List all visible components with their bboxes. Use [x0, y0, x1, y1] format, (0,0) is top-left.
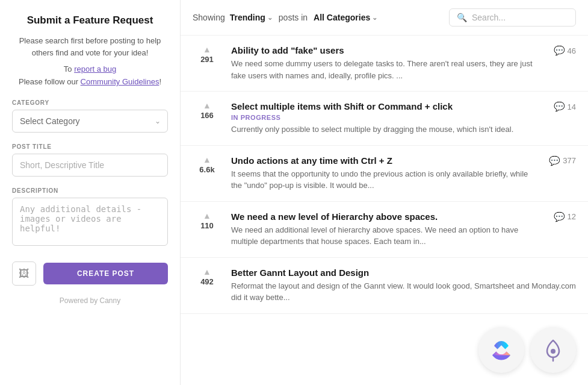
post-content: Ability to add "fake" users We need some… [231, 45, 537, 81]
panel-title: Submit a Feature Request [12, 14, 168, 27]
all-categories-label: All Categories [314, 13, 370, 22]
posts-list: ▲ 291 Ability to add "fake" users We nee… [181, 36, 588, 385]
post-desc: Reformat the layout and design of the Ga… [231, 280, 576, 304]
post-meta: 💬 46 [547, 45, 576, 56]
create-post-button[interactable]: CREATE POST [43, 263, 168, 284]
post-title: Better Gannt Layout and Design [231, 268, 576, 278]
form-bottom: 🖼 CREATE POST [12, 261, 168, 286]
category-group: CATEGORY Select Category ⌄ [12, 99, 168, 133]
vote-section: ▲ 166 [193, 101, 221, 120]
trending-label: Trending [230, 13, 265, 22]
post-item[interactable]: ▲ 6.6k Undo actions at any time with Ctr… [181, 146, 588, 202]
vote-count: 166 [200, 111, 214, 120]
post-desc: Currently only possible to select multip… [231, 124, 537, 136]
post-meta: 💬 12 [547, 211, 576, 222]
comment-count: 14 [568, 102, 576, 111]
posts-in-label: posts in [279, 13, 308, 22]
post-title-group: POST TITLE [12, 143, 168, 177]
comment-icon: 💬 [554, 45, 565, 56]
comment-count: 12 [568, 212, 576, 221]
post-title: Undo actions at any time with Ctrl + Z [231, 155, 537, 166]
post-content: Select multiple items with Shift or Comm… [231, 101, 537, 136]
posts-header: Showing Trending ⌄ posts in All Categori… [181, 0, 588, 36]
comment-icon: 💬 [554, 101, 565, 112]
submit-panel: Submit a Feature Request Please search f… [0, 0, 181, 385]
vote-count: 492 [200, 277, 214, 286]
powered-by: Powered by Canny [12, 296, 168, 305]
bug-link-line: To report a bug [12, 64, 168, 74]
comment-count: 46 [568, 46, 576, 55]
bug-prefix: To [64, 64, 72, 74]
vote-count: 110 [200, 221, 214, 230]
post-desc: It seems that the opportunity to undo th… [231, 168, 537, 192]
post-title-input[interactable] [12, 154, 168, 177]
category-select[interactable]: Select Category [12, 110, 168, 133]
post-content: Undo actions at any time with Ctrl + Z I… [231, 155, 537, 192]
post-status: IN PROGRESS [231, 114, 537, 121]
search-input[interactable] [472, 13, 568, 22]
post-meta: 💬 377 [547, 155, 576, 166]
upvote-arrow-icon[interactable]: ▲ [203, 211, 211, 220]
report-bug-link[interactable]: report a bug [74, 64, 116, 74]
post-item[interactable]: ▲ 110 We need a new level of Hierarchy a… [181, 202, 588, 258]
post-item[interactable]: ▲ 492 Better Gannt Layout and Design Ref… [181, 258, 588, 314]
intro-text: Please search first before posting to he… [12, 35, 168, 58]
showing-label: Showing [193, 13, 225, 22]
post-desc: We need some dummy users to delegate tas… [231, 58, 537, 81]
upvote-arrow-icon[interactable]: ▲ [203, 268, 211, 276]
vote-section: ▲ 492 [193, 268, 221, 286]
post-title: We need a new level of Hierarchy above s… [231, 211, 537, 222]
post-content: Better Gannt Layout and Design Reformat … [231, 268, 576, 304]
upvote-arrow-icon[interactable]: ▲ [203, 45, 211, 54]
description-textarea[interactable] [12, 198, 168, 246]
description-label: DESCRIPTION [12, 187, 168, 194]
description-group: DESCRIPTION [12, 187, 168, 248]
vote-section: ▲ 6.6k [193, 155, 221, 174]
image-upload-button[interactable]: 🖼 [12, 261, 36, 286]
post-content: We need a new level of Hierarchy above s… [231, 211, 537, 248]
posts-panel: Showing Trending ⌄ posts in All Categori… [181, 0, 588, 385]
community-line: Please follow our Community Guidelines! [12, 77, 168, 86]
search-icon: 🔍 [457, 13, 467, 22]
comment-icon: 💬 [554, 211, 565, 222]
chevron-down-icon: ⌄ [267, 14, 273, 22]
vote-count: 6.6k [199, 165, 214, 174]
upvote-arrow-icon[interactable]: ▲ [203, 101, 211, 110]
community-guidelines-link[interactable]: Community Guidelines [81, 77, 159, 86]
comment-count: 377 [563, 156, 576, 165]
vote-section: ▲ 291 [193, 45, 221, 64]
post-item[interactable]: ▲ 291 Ability to add "fake" users We nee… [181, 36, 588, 92]
post-title: Select multiple items with Shift or Comm… [231, 101, 537, 111]
vote-section: ▲ 110 [193, 211, 221, 230]
image-icon: 🖼 [19, 268, 29, 280]
chevron-down-icon: ⌄ [372, 14, 377, 22]
upvote-arrow-icon[interactable]: ▲ [203, 155, 211, 164]
post-meta: 💬 14 [547, 101, 576, 112]
category-label: CATEGORY [12, 99, 168, 106]
post-title-label: POST TITLE [12, 143, 168, 150]
comment-icon: 💬 [549, 155, 560, 166]
search-box: 🔍 [449, 8, 576, 27]
trending-filter-button[interactable]: Trending ⌄ [229, 13, 274, 22]
guidelines-prefix: Please follow our [19, 77, 78, 86]
all-categories-filter-button[interactable]: All Categories ⌄ [312, 13, 379, 22]
category-select-wrapper: Select Category ⌄ [12, 110, 168, 133]
post-title: Ability to add "fake" users [231, 45, 537, 55]
post-item[interactable]: ▲ 166 Select multiple items with Shift o… [181, 92, 588, 146]
vote-count: 291 [200, 55, 214, 64]
post-desc: We need an additional level of hierarchy… [231, 224, 537, 248]
